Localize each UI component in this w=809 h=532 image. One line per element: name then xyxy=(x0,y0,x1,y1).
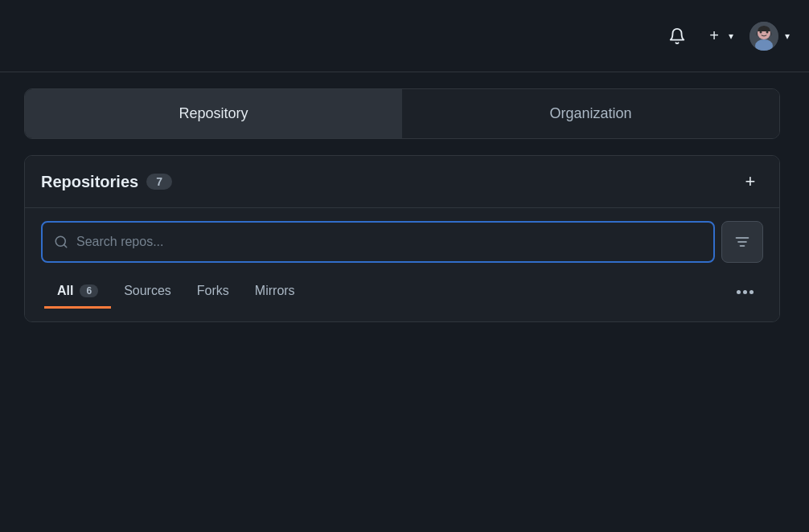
tab-all[interactable]: All 6 xyxy=(44,276,111,309)
repos-body: All 6 Sources Forks Mirrors xyxy=(25,208,779,321)
tab-sources-label: Sources xyxy=(124,284,171,298)
search-container xyxy=(41,221,763,263)
bell-icon xyxy=(668,27,686,45)
repos-add-button[interactable]: + xyxy=(737,169,763,194)
search-input-wrapper xyxy=(41,221,715,263)
tab-forks-label: Forks xyxy=(197,284,229,298)
filter-icon xyxy=(734,234,750,250)
tab-repository-label: Repository xyxy=(179,105,248,121)
search-input[interactable] xyxy=(76,235,702,249)
dot1 xyxy=(737,290,741,294)
tab-sources[interactable]: Sources xyxy=(111,276,184,309)
tab-all-badge: 6 xyxy=(80,284,98,297)
svg-line-6 xyxy=(64,244,66,247)
create-dropdown-button[interactable]: ▾ xyxy=(725,27,737,45)
repos-title: Repositories xyxy=(41,173,138,191)
tab-mirrors[interactable]: Mirrors xyxy=(242,276,308,309)
plus-icon: + xyxy=(709,27,719,45)
user-menu-dropdown-button[interactable]: ▾ xyxy=(782,27,793,45)
repos-header: Repositories 7 + xyxy=(25,156,779,208)
tab-forks[interactable]: Forks xyxy=(184,276,242,309)
dot2 xyxy=(743,290,747,294)
notification-button[interactable] xyxy=(663,22,692,51)
chevron-down-icon: ▾ xyxy=(785,31,790,42)
tab-all-label: All xyxy=(57,284,73,298)
repos-count-badge: 7 xyxy=(146,174,172,190)
more-button[interactable] xyxy=(730,282,760,302)
navbar: + ▾ ▾ xyxy=(0,0,809,72)
create-group: + ▾ xyxy=(704,23,737,48)
user-menu[interactable]: ▾ xyxy=(749,22,793,51)
chevron-down-icon: ▾ xyxy=(729,31,733,42)
main-content: Repository Organization Repositories 7 + xyxy=(0,72,809,338)
repositories-section: Repositories 7 + xyxy=(24,155,780,322)
avatar xyxy=(749,22,778,51)
tab-organization-label: Organization xyxy=(549,105,631,121)
plus-icon: + xyxy=(745,171,756,192)
tab-organization[interactable]: Organization xyxy=(402,89,779,138)
create-button[interactable]: + xyxy=(704,23,724,48)
tab-mirrors-label: Mirrors xyxy=(255,284,295,298)
dot3 xyxy=(749,290,754,294)
repos-title-group: Repositories 7 xyxy=(41,173,172,191)
filter-button[interactable] xyxy=(721,221,763,263)
tab-switcher: Repository Organization xyxy=(24,88,780,139)
tab-repository[interactable]: Repository xyxy=(25,89,402,138)
filter-tabs: All 6 Sources Forks Mirrors xyxy=(41,276,763,309)
search-icon xyxy=(54,235,68,249)
